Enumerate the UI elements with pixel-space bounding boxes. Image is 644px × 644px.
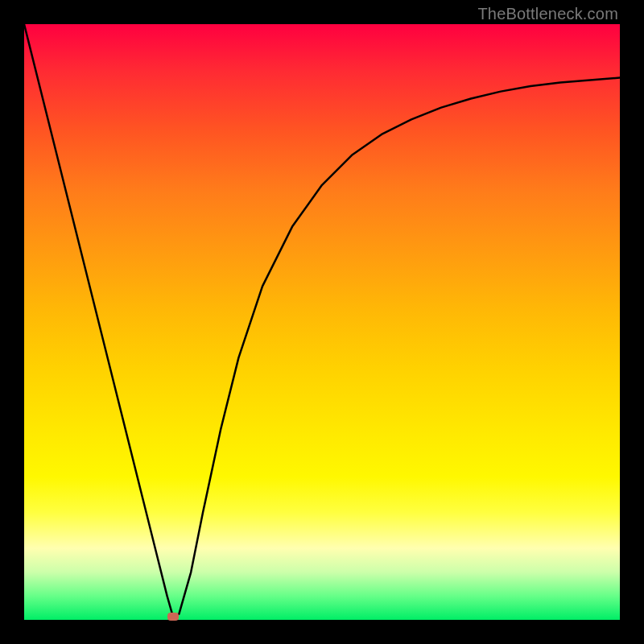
curve-path	[24, 24, 620, 617]
optimum-marker	[167, 613, 179, 621]
watermark-label: TheBottleneck.com	[477, 5, 618, 23]
chart-frame: TheBottleneck.com	[0, 0, 644, 644]
plot-area	[24, 24, 620, 620]
curve-svg	[24, 24, 620, 620]
